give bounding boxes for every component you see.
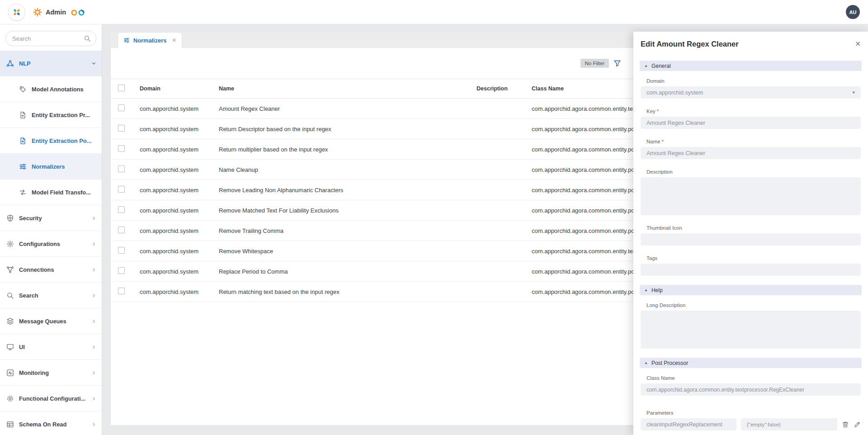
description-label: Description (646, 169, 861, 175)
chevron-right-icon: › (92, 421, 95, 428)
collapse-caret-icon: ▲ (644, 361, 648, 365)
no-filter-button[interactable]: No Filter (580, 59, 609, 68)
domain-label: Domain (646, 78, 861, 84)
cell-domain: com.apporchid.system (140, 146, 219, 153)
section-post-processor[interactable]: ▲ Post Processor (640, 358, 862, 368)
cell-name: Remove Leading Non Alphanumaric Characte… (219, 187, 476, 194)
sidebar-item-ui[interactable]: UI› (0, 334, 102, 360)
select-all-checkbox[interactable] (118, 85, 125, 91)
sidebar: NLP›Model AnnotationsEntity Extraction P… (0, 24, 102, 435)
schema-on-read-icon (6, 421, 14, 428)
tab-close-icon[interactable]: ✕ (172, 37, 176, 43)
parameters-label: Parameters (646, 410, 861, 416)
cell-name: Remove Whitespace (219, 248, 476, 255)
row-checkbox[interactable] (118, 145, 125, 152)
sidebar-item-label: Model Field Transfo... (32, 189, 91, 196)
admin-gear-icon[interactable] (33, 7, 42, 17)
section-label: General (651, 63, 671, 69)
delete-parameter-icon[interactable] (842, 421, 849, 428)
sidebar-item-normalizers[interactable]: Normalizers (0, 154, 102, 180)
sidebar-item-label: Message Queues (19, 318, 66, 325)
cell-domain: com.apporchid.system (140, 248, 219, 255)
header-checkbox-cell (118, 85, 140, 93)
description-field[interactable] (641, 177, 861, 215)
sidebar-item-model-annotations[interactable]: Model Annotations (0, 76, 102, 102)
message-queues-icon (6, 317, 14, 325)
sidebar-item-security[interactable]: Security› (0, 205, 102, 231)
sidebar-item-label: NLP (19, 60, 31, 67)
sidebar-item-entity-extraction-pr[interactable]: Entity Extraction Pr... (0, 102, 102, 128)
cell-name: Return Descriptor based on the input reg… (219, 126, 476, 132)
thumbnail-icon-field[interactable] (641, 233, 861, 246)
pinwheel-logo-icon (12, 8, 21, 17)
entity-extraction-post-icon (19, 137, 27, 145)
row-checkbox[interactable] (118, 206, 125, 213)
cell-name: Name Cleanup (219, 166, 476, 173)
key-field[interactable] (641, 117, 861, 129)
column-header-domain: Domain (140, 85, 219, 92)
sidebar-item-label: Entity Extraction Po... (32, 137, 91, 144)
sidebar-item-message-queues[interactable]: Message Queues› (0, 308, 102, 334)
sidebar-item-model-field-transfo[interactable]: Model Field Transfo... (0, 180, 102, 205)
parameter-key-field[interactable] (641, 418, 736, 430)
sidebar-item-entity-extraction-po[interactable]: Entity Extraction Po... (0, 128, 102, 154)
app-logo-button[interactable] (8, 4, 25, 21)
row-checkbox[interactable] (118, 104, 125, 111)
name-label: Name* (646, 139, 861, 144)
row-checkbox[interactable] (118, 165, 125, 172)
sidebar-item-label: Security (19, 215, 42, 222)
sidebar-item-connections[interactable]: Connections› (0, 257, 102, 283)
key-label: Key* (646, 109, 861, 114)
sidebar-item-monitoring[interactable]: Monitoring› (0, 360, 102, 386)
tab-label: Normalizers (133, 37, 166, 44)
configurations-icon (6, 240, 14, 248)
long-description-field[interactable] (641, 311, 861, 349)
cell-domain: com.apporchid.system (140, 268, 219, 275)
cell-domain: com.apporchid.system (140, 288, 219, 295)
chevron-right-icon: › (92, 292, 95, 299)
chevron-right-icon: › (92, 369, 95, 377)
tab-normalizers[interactable]: Normalizers ✕ (118, 32, 182, 48)
section-label: Help (651, 287, 663, 293)
model-annotations-icon (19, 85, 27, 93)
cell-domain: com.apporchid.system (140, 227, 219, 234)
column-header-name: Name (219, 85, 476, 92)
row-checkbox[interactable] (118, 186, 125, 193)
cell-name: Remove Trailing Comma (219, 227, 476, 234)
sidebar-item-functional-configurati[interactable]: Functional Configurati...› (0, 386, 102, 411)
sidebar-item-label: Entity Extraction Pr... (32, 112, 90, 118)
filter-icon[interactable] (613, 60, 621, 67)
top-bar: Admin AU (0, 0, 868, 24)
edit-drawer: Edit Amount Regex Cleaner ✕ ▲ General Do… (633, 32, 868, 435)
tags-field[interactable] (641, 264, 861, 276)
user-avatar[interactable]: AU (846, 5, 860, 19)
normalizers-icon (19, 163, 27, 170)
sidebar-item-schema-on-read[interactable]: Schema On Read› (0, 411, 102, 435)
sidebar-menu: NLP›Model AnnotationsEntity Extraction P… (0, 51, 102, 435)
search-input[interactable] (5, 31, 96, 46)
section-help[interactable]: ▲ Help (640, 285, 862, 295)
parameter-value-field[interactable] (741, 418, 837, 430)
cell-domain: com.apporchid.system (140, 207, 219, 214)
sidebar-item-label: UI (19, 344, 25, 350)
cell-name: Replace Period to Comma (219, 268, 476, 275)
collapse-caret-icon: ▲ (644, 288, 648, 292)
row-checkbox[interactable] (118, 288, 125, 294)
name-field[interactable] (641, 147, 861, 159)
sidebar-item-configurations[interactable]: Configurations› (0, 231, 102, 257)
search-icon (84, 35, 91, 42)
close-icon[interactable]: ✕ (855, 40, 861, 48)
sidebar-search (5, 31, 96, 46)
sidebar-item-nlp[interactable]: NLP› (0, 51, 102, 76)
domain-select[interactable]: com.apporchid.system ▾ (641, 86, 861, 99)
chevron-right-icon: › (92, 266, 95, 274)
class-name-field[interactable] (641, 383, 861, 396)
chevron-right-icon: › (92, 317, 95, 325)
edit-parameter-icon[interactable] (854, 421, 861, 428)
sidebar-item-search[interactable]: Search› (0, 283, 102, 308)
row-checkbox[interactable] (118, 267, 125, 274)
row-checkbox[interactable] (118, 125, 125, 132)
row-checkbox[interactable] (118, 227, 125, 233)
row-checkbox[interactable] (118, 247, 125, 254)
section-general[interactable]: ▲ General (640, 61, 862, 71)
